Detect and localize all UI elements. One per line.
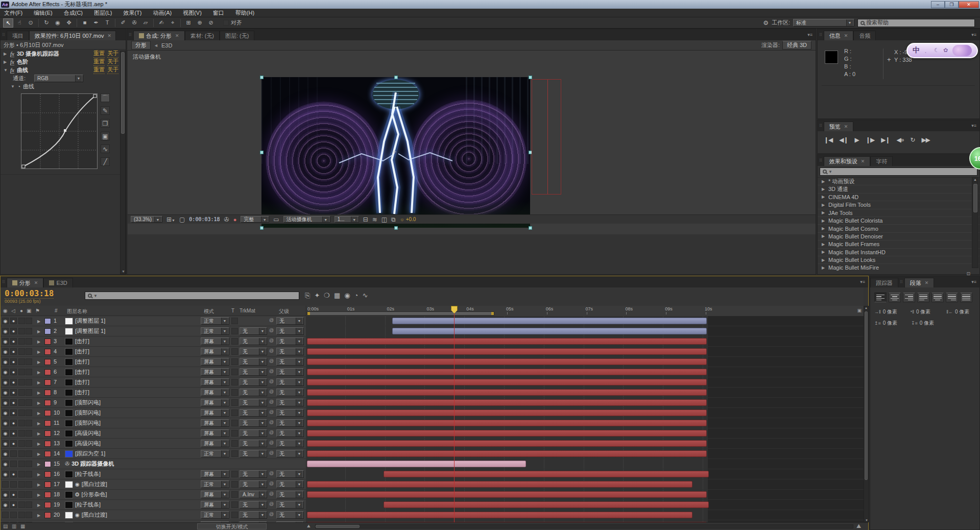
blend-mode-select[interactable]: 屏幕▼ [201, 378, 229, 386]
lock-toggle[interactable] [26, 471, 32, 477]
layer-duration-bar[interactable] [307, 348, 707, 355]
menu-效果(T)[interactable]: 效果(T) [123, 9, 141, 17]
layer-name[interactable]: 3D 跟踪器摄像机 [71, 460, 114, 468]
pixel-aspect-icon[interactable]: ⊟ [363, 216, 368, 223]
blend-mode-select[interactable]: 屏幕▼ [201, 399, 229, 406]
audio-toggle[interactable] [10, 512, 17, 518]
show-channels-icon[interactable]: ● [233, 216, 237, 223]
preserve-transparency-toggle[interactable] [231, 379, 238, 386]
exposure-icon[interactable]: ☼ +0.0 [400, 216, 416, 222]
layer-row[interactable]: ◉●▶2[调整图层 1]正常▼无▼@无▼ [1, 326, 864, 336]
audio-toggle[interactable]: ● [10, 379, 17, 386]
tab-effect-controls[interactable]: 效果控件: 6月10日 007.mov✕ [29, 31, 116, 40]
trkmat-select[interactable]: 无▼ [240, 399, 267, 406]
layer-name[interactable]: [顶部闪电] [75, 419, 101, 427]
justify-last-center-button[interactable] [931, 293, 944, 302]
justify-last-left-button[interactable] [917, 293, 929, 302]
layer-name[interactable]: [击打] [75, 358, 89, 366]
blend-mode-select[interactable]: 正常▼ [201, 480, 229, 488]
layer-duration-bar[interactable] [307, 512, 692, 518]
layer-name[interactable]: [击打] [75, 368, 89, 376]
category-expander-icon[interactable]: ▶ [822, 266, 826, 270]
mask-visibility-icon[interactable]: ▢ [179, 216, 185, 223]
video-eye-toggle[interactable]: ◉ [2, 358, 9, 365]
video-eye-toggle[interactable] [2, 512, 9, 518]
audio-toggle[interactable]: ● [10, 328, 17, 334]
tab-tracker[interactable]: 跟踪器 [870, 278, 898, 287]
tab-character[interactable]: 字符 [870, 156, 893, 166]
video-eye-toggle[interactable]: ◉ [2, 379, 9, 386]
layer-row[interactable]: ◉▶15✇3D 跟踪器摄像机 [1, 459, 864, 469]
tab-preview[interactable]: 预览✕ [824, 122, 854, 131]
category-expander-icon[interactable]: ▶ [822, 195, 826, 199]
lock-toggle[interactable] [26, 491, 32, 498]
blend-mode-select[interactable]: 屏幕▼ [201, 348, 229, 355]
layer-expander[interactable]: ▶ [37, 442, 41, 446]
preserve-transparency-toggle[interactable] [231, 450, 238, 457]
layer-name[interactable]: [击打] [75, 378, 89, 386]
channel-select[interactable]: RGB▼ [34, 75, 83, 82]
rectangle-tool[interactable]: ■ [80, 18, 90, 28]
audio-toggle[interactable]: ● [10, 430, 17, 437]
category-expander-icon[interactable]: ▶ [822, 234, 826, 238]
layer-duration-bar[interactable] [307, 420, 707, 426]
blend-mode-select[interactable]: 正常▼ [201, 450, 229, 457]
layer-row[interactable]: ▶17◉[黑白过渡]正常▼无▼@无▼ [1, 479, 864, 490]
preserve-transparency-toggle[interactable] [231, 491, 238, 498]
resolution-select[interactable]: 完整▼ [241, 216, 269, 223]
label-color-swatch[interactable] [44, 481, 51, 488]
smooth-curve-icon[interactable]: ∿ [101, 144, 110, 153]
solo-toggle[interactable] [18, 491, 25, 498]
audio-toggle[interactable]: ● [10, 369, 17, 375]
trkmat-select[interactable]: 无▼ [240, 470, 267, 478]
breadcrumb-comp[interactable]: 分形 [131, 41, 151, 50]
loop-button[interactable]: ↻ [910, 136, 915, 143]
rotation-tool[interactable]: ↻ [41, 18, 52, 28]
lock-toggle[interactable] [26, 369, 32, 375]
lock-toggle[interactable] [26, 348, 32, 355]
tab-audio[interactable]: 音频 [853, 31, 876, 40]
layer-row[interactable]: ◉●▶8[击打]屏幕▼无▼@无▼ [1, 388, 864, 398]
draft-3d-icon[interactable]: ✦ [314, 292, 320, 300]
layer-expander[interactable]: ▶ [37, 380, 41, 385]
viewer-area[interactable]: 活动摄像机 [128, 51, 816, 234]
align-left-button[interactable] [874, 293, 887, 302]
mode-column-header[interactable]: 模式 [204, 308, 214, 315]
panel-menu-icon[interactable]: ▾≡ [804, 32, 816, 37]
video-eye-toggle[interactable]: ◉ [2, 409, 9, 416]
presets-scrollbar[interactable]: ▲ [972, 177, 978, 268]
blend-mode-select[interactable]: 屏幕▼ [201, 429, 229, 437]
blend-mode-select[interactable]: 屏幕▼ [201, 470, 229, 478]
lock-toggle[interactable] [26, 399, 32, 406]
selection-handle[interactable] [394, 76, 398, 79]
trkmat-select[interactable]: 无▼ [240, 327, 267, 335]
layer-row[interactable]: ◉●▶9[顶部闪电]屏幕▼无▼@无▼ [1, 398, 864, 408]
comp-timecode[interactable]: 0:00:03:18 [189, 216, 220, 222]
open-curve-file-icon[interactable]: ❐ [101, 119, 110, 128]
clone-stamp-tool[interactable]: ✇ [129, 18, 139, 28]
justify-all-button[interactable] [960, 293, 972, 302]
category-expander-icon[interactable]: ▶ [822, 203, 826, 207]
lock-toggle[interactable] [26, 461, 32, 467]
motion-blur-icon[interactable]: ◉ [344, 292, 350, 300]
layer-row[interactable]: ◉●▶12[高级闪电]屏幕▼无▼@无▼ [1, 428, 864, 439]
preset-category[interactable]: ▶Magic Bullet Cosmo [818, 225, 979, 232]
blend-mode-select[interactable]: 正常▼ [201, 327, 229, 335]
solo-toggle[interactable] [18, 399, 25, 406]
selection-handle[interactable] [260, 226, 264, 230]
preset-category[interactable]: ▶Magic Bullet Frames [818, 240, 979, 248]
blend-mode-select[interactable]: 正常▼ [201, 511, 229, 519]
brush-tool[interactable]: ✐ [118, 18, 128, 28]
layer-name[interactable]: [跟踪为空 1] [75, 450, 105, 457]
lock-toggle[interactable] [26, 440, 32, 447]
preserve-transparency-toggle[interactable] [231, 399, 238, 406]
timeline-button-icon[interactable]: ◫ [381, 216, 387, 223]
effect-about-link[interactable]: 关于 [107, 66, 118, 74]
parent-pickwhip-icon[interactable]: @ [269, 338, 274, 343]
preset-category[interactable]: ▶3D 通道 [818, 185, 979, 193]
layer-name[interactable]: [黑白过渡] [82, 480, 107, 488]
category-expander-icon[interactable]: ▶ [822, 250, 826, 254]
title-bar[interactable]: Ae Adobe After Effects - 无标题项目.aep * –❐✕ [0, 0, 980, 9]
video-eye-toggle[interactable]: ◉ [2, 389, 9, 396]
blend-mode-select[interactable]: 屏幕▼ [201, 491, 229, 498]
